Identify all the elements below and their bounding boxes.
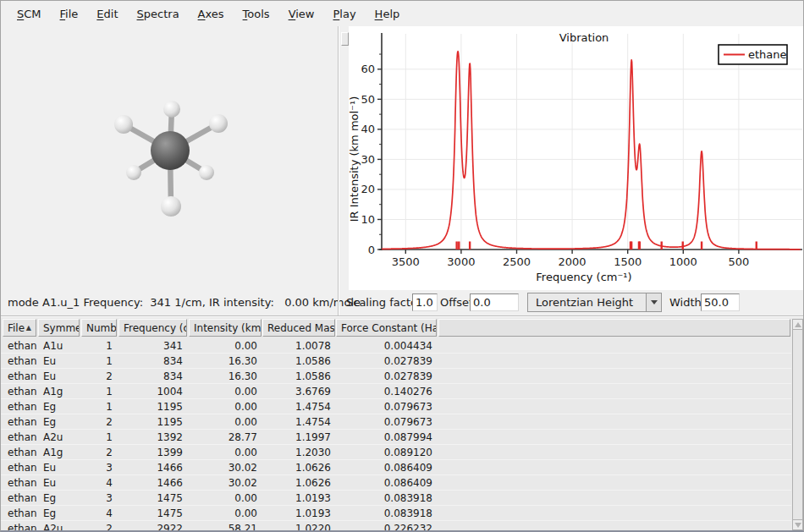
ir-spectrum-chart[interactable]: 3500300025002000150010005000102030405060…: [349, 26, 804, 290]
cell-symmetry: Eg: [38, 399, 80, 414]
table-row[interactable]: ethaneEu3146630.021.06260.086409: [1, 460, 791, 475]
menu-item-file[interactable]: File: [51, 5, 88, 23]
chevron-down-icon[interactable]: [646, 293, 661, 311]
cell-frequency: 834: [118, 369, 187, 384]
column-header-reduced[interactable]: Reduced Mass (u): [262, 319, 335, 337]
menu-item-edit[interactable]: Edit: [87, 5, 127, 23]
column-header-file[interactable]: File▲: [3, 319, 36, 337]
cell-symmetry: A1g: [38, 445, 80, 460]
cell-file: ethane: [3, 354, 36, 369]
cell-force-constant: 0.027839: [336, 354, 437, 369]
cell-symmetry: A2u: [38, 430, 80, 445]
cell-force-constant: 0.087994: [336, 430, 437, 445]
cell-intensity: 16.30: [189, 354, 262, 369]
menu-item-scm[interactable]: SCM: [8, 5, 51, 23]
pane-sash[interactable]: [340, 27, 349, 289]
column-header-frequency[interactable]: Frequency (cm⁻¹): [118, 319, 187, 337]
mode-marker[interactable]: [756, 242, 757, 250]
width-input[interactable]: [701, 293, 740, 311]
mode-marker[interactable]: [638, 242, 640, 250]
cell-file: ethane: [3, 460, 36, 475]
menu-item-axes[interactable]: Axes: [189, 5, 234, 23]
cell-reduced-mass: 1.0586: [262, 354, 335, 369]
mode-marker[interactable]: [701, 242, 702, 250]
menu-item-view[interactable]: View: [279, 5, 324, 23]
application-window: SCMFileEditSpectraAxesToolsViewPlayHelp …: [0, 0, 804, 532]
cell-symmetry: Eg: [38, 414, 80, 430]
table-row[interactable]: ethaneA2u2292258.211.02200.226232: [1, 521, 791, 530]
y-tick-label: 30: [361, 153, 375, 166]
x-tick-label: 2000: [559, 255, 586, 268]
table-row[interactable]: ethaneEu4146630.021.06260.086409: [1, 475, 791, 491]
cell-frequency: 1392: [118, 430, 187, 445]
scaling-factor-input[interactable]: [412, 293, 438, 311]
table-row[interactable]: ethaneEg211950.001.47540.079673: [1, 414, 791, 430]
cell-force-constant: 0.083918: [336, 506, 437, 521]
status-bar: mode A1.u_1 Frequency: 341 1/cm, IR inte…: [1, 289, 337, 315]
cell-number: 1: [81, 399, 117, 414]
mode-marker[interactable]: [682, 242, 684, 250]
cell-force-constant: 0.226232: [336, 521, 437, 530]
cell-number: 4: [81, 506, 117, 521]
cell-file: ethane: [3, 430, 36, 445]
cell-force-constant: 0.083918: [336, 491, 437, 506]
cell-reduced-mass: 1.0586: [262, 369, 335, 384]
cell-symmetry: Eu: [38, 475, 80, 491]
scrollbar-thumb[interactable]: [792, 330, 803, 519]
results-table: File▲SymmetryNumberFrequency (cm⁻¹)Inten…: [1, 317, 803, 530]
table-row[interactable]: ethaneEg414750.001.01930.083918: [1, 506, 791, 521]
hydrogen-atom: [163, 101, 180, 118]
table-row[interactable]: ethaneEu283416.301.05860.027839: [1, 369, 791, 384]
vertical-scrollbar[interactable]: [792, 319, 803, 530]
sash-handle[interactable]: [341, 32, 349, 46]
menu-item-play[interactable]: Play: [323, 5, 365, 23]
offset-input[interactable]: [470, 293, 519, 311]
cell-intensity: 0.00: [189, 338, 262, 354]
x-tick-label: 1000: [669, 255, 697, 268]
mode-marker[interactable]: [458, 242, 460, 250]
x-axis-label: Frequency (cm⁻¹): [536, 271, 631, 283]
y-tick-label: 0: [368, 244, 375, 256]
column-header-number[interactable]: Number: [81, 319, 117, 337]
cell-symmetry: A1u: [38, 338, 80, 354]
cell-frequency: 1466: [118, 460, 187, 475]
table-row[interactable]: ethaneA1u13410.001.00780.004434: [1, 338, 791, 354]
column-header-force[interactable]: Force Constant (Ha Bohr⁻²): [336, 319, 437, 337]
cell-force-constant: 0.004434: [336, 338, 437, 354]
molecule-viewport[interactable]: [1, 26, 338, 289]
cell-reduced-mass: 1.0626: [262, 460, 335, 475]
cell-number: 3: [81, 491, 117, 506]
scroll-up-button[interactable]: [792, 319, 803, 330]
table-row[interactable]: ethaneA2u1139228.771.19970.087994: [1, 430, 791, 445]
cell-number: 1: [81, 354, 117, 369]
cell-intensity: 0.00: [189, 384, 262, 399]
column-header-intensity[interactable]: Intensity (km mol⁻¹): [189, 319, 262, 337]
mode-marker[interactable]: [469, 242, 471, 250]
lineshape-select[interactable]: Lorentzian Height: [527, 293, 662, 312]
cell-reduced-mass: 1.4754: [262, 414, 335, 430]
spectrum-controls: Scaling factor: Offset: Lorentzian Heigh…: [339, 290, 803, 315]
column-header-symmetry[interactable]: Symmetry: [38, 319, 80, 337]
mode-marker[interactable]: [630, 242, 631, 250]
menu-item-tools[interactable]: Tools: [234, 5, 279, 23]
table-row[interactable]: ethaneEu183416.301.05860.027839: [1, 354, 791, 369]
cell-reduced-mass: 1.0193: [262, 491, 335, 506]
cell-intensity: 0.00: [189, 445, 262, 460]
table-row[interactable]: ethaneEg314750.001.01930.083918: [1, 491, 791, 506]
menu-item-help[interactable]: Help: [366, 5, 410, 23]
cell-reduced-mass: 1.0626: [262, 475, 335, 491]
table-row[interactable]: ethaneA1g213990.001.20300.089120: [1, 445, 791, 460]
hydrogen-atom: [114, 115, 133, 134]
cell-frequency: 1195: [118, 399, 187, 414]
cell-number: 1: [81, 338, 117, 354]
cell-intensity: 30.02: [189, 460, 262, 475]
mode-marker[interactable]: [455, 242, 457, 250]
table-row[interactable]: ethaneEg111950.001.47540.079673: [1, 399, 791, 414]
menu-item-spectra[interactable]: Spectra: [128, 5, 189, 23]
cell-intensity: 0.00: [189, 491, 262, 506]
chart-background: [349, 26, 804, 290]
cell-symmetry: A1g: [38, 384, 80, 399]
scroll-down-button[interactable]: [792, 519, 803, 530]
arrow-down-icon: [795, 523, 801, 528]
table-row[interactable]: ethaneA1g110040.003.67690.140276: [1, 384, 791, 399]
